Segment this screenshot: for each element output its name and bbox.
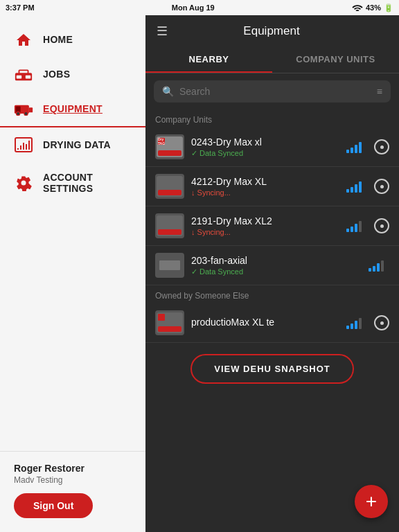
bar-1 bbox=[369, 268, 371, 272]
drying-data-icon bbox=[14, 137, 33, 152]
bar-1 bbox=[346, 326, 349, 329]
bar-3 bbox=[377, 263, 380, 272]
battery-text: 43% bbox=[366, 3, 381, 12]
sidebar-label-drying-data: DRYING DATA bbox=[43, 139, 111, 150]
tab-nearby[interactable]: NEARBY bbox=[145, 47, 272, 73]
equipment-thumbnail bbox=[155, 174, 184, 199]
bar-3 bbox=[355, 321, 357, 329]
signal-bars bbox=[369, 259, 384, 272]
equipment-name: 4212-Dry Max XL bbox=[191, 176, 339, 187]
wifi-icon bbox=[352, 3, 363, 12]
signal-bars bbox=[346, 180, 362, 193]
equipment-list: 🔍 ≡ Company Units DryTAG 0243-Dry Max xl… bbox=[145, 73, 399, 532]
svg-point-7 bbox=[24, 112, 28, 115]
sidebar-item-equipment[interactable]: EQUIPMENT bbox=[0, 91, 145, 127]
tab-company-units[interactable]: COMPANY UNITS bbox=[272, 47, 399, 73]
bar-2 bbox=[373, 266, 375, 272]
svg-rect-3 bbox=[26, 76, 30, 79]
equipment-info: 0243-Dry Max xl ✓ Data Synced bbox=[191, 136, 339, 158]
bar-3 bbox=[355, 224, 357, 232]
bar-4 bbox=[359, 181, 362, 193]
equipment-item-unit-5[interactable]: productioMax XL te bbox=[145, 303, 399, 343]
bar-2 bbox=[351, 227, 353, 232]
status-bar: 3:37 PM Mon Aug 19 43% 🔋 bbox=[0, 0, 399, 15]
jobs-icon bbox=[14, 66, 33, 82]
equipment-item-unit-1[interactable]: DryTAG 0243-Dry Max xl ✓ Data Synced bbox=[145, 127, 399, 167]
sidebar-item-account-settings[interactable]: ACCOUNT SETTINGS bbox=[0, 162, 145, 204]
locate-icon[interactable] bbox=[374, 218, 389, 233]
signal-bars bbox=[346, 220, 362, 232]
signal-bars bbox=[346, 141, 362, 153]
sidebar: HOME JOBS EQUIPMENT DRYING DATA bbox=[0, 0, 145, 532]
equipment-name: productioMax XL te bbox=[191, 317, 339, 328]
sidebar-label-jobs: JOBS bbox=[43, 69, 70, 80]
sidebar-item-home[interactable]: HOME bbox=[0, 22, 145, 57]
search-bar: 🔍 ≡ bbox=[154, 80, 391, 103]
bar-1 bbox=[346, 189, 349, 193]
sidebar-item-drying-data[interactable]: DRYING DATA bbox=[0, 127, 145, 162]
equipment-thumbnail bbox=[155, 213, 184, 238]
bar-1 bbox=[346, 150, 349, 153]
equipment-status: ✓ Data Synced bbox=[191, 149, 339, 158]
equipment-item-unit-3[interactable]: 2191-Dry Max XL2 ↓ Syncing... bbox=[145, 206, 399, 246]
equipment-thumbnail: DryTAG bbox=[155, 134, 184, 159]
sidebar-label-home: HOME bbox=[43, 34, 73, 45]
user-name: Roger Restorer bbox=[14, 463, 132, 474]
svg-rect-1 bbox=[19, 70, 28, 74]
bar-4 bbox=[381, 260, 384, 272]
locate-icon[interactable] bbox=[374, 139, 389, 154]
section-label-company-units: Company Units bbox=[145, 109, 399, 127]
status-date: Mon Aug 19 bbox=[172, 3, 215, 12]
equipment-thumbnail bbox=[155, 253, 184, 278]
locate-icon[interactable] bbox=[374, 179, 389, 194]
view-dehu-snapshot-button[interactable]: VIEW DEHU SNAPSHOT bbox=[190, 354, 354, 384]
main-title: Equipment bbox=[179, 24, 364, 38]
hamburger-icon[interactable]: ☰ bbox=[157, 24, 168, 39]
bar-4 bbox=[359, 221, 362, 232]
gear-icon bbox=[14, 175, 33, 190]
bar-2 bbox=[351, 187, 353, 193]
status-time: 3:37 PM bbox=[6, 3, 35, 12]
bar-1 bbox=[346, 229, 349, 232]
signal-bars bbox=[346, 317, 362, 329]
equipment-item-unit-2[interactable]: 4212-Dry Max XL ↓ Syncing... bbox=[145, 167, 399, 206]
bar-2 bbox=[351, 148, 353, 153]
svg-rect-8 bbox=[29, 107, 33, 112]
sign-out-button[interactable]: Sign Out bbox=[14, 493, 93, 518]
bar-4 bbox=[359, 142, 362, 153]
equipment-status: ↓ Syncing... bbox=[191, 228, 339, 236]
search-input[interactable] bbox=[179, 86, 371, 97]
main-header: ☰ Equipment bbox=[145, 15, 399, 39]
equipment-name: 2191-Dry Max XL2 bbox=[191, 215, 339, 227]
battery-icon: 🔋 bbox=[384, 3, 393, 12]
sidebar-footer: Roger Restorer Madv Testing Sign Out bbox=[0, 451, 145, 532]
equipment-info: 203-fan-axial ✓ Data Synced bbox=[191, 255, 362, 276]
bar-3 bbox=[355, 184, 357, 193]
main-content: ☰ Equipment NEARBY COMPANY UNITS 🔍 ≡ Com… bbox=[145, 0, 399, 532]
home-icon bbox=[14, 32, 33, 47]
bar-2 bbox=[351, 323, 353, 329]
filter-icon[interactable]: ≡ bbox=[377, 86, 382, 97]
equipment-status: ✓ Data Synced bbox=[191, 267, 362, 276]
svg-point-6 bbox=[17, 112, 20, 115]
sidebar-label-equipment: EQUIPMENT bbox=[43, 103, 103, 114]
equipment-name: 0243-Dry Max xl bbox=[191, 136, 339, 148]
equipment-status: ↓ Syncing... bbox=[191, 188, 339, 197]
equipment-name: 203-fan-axial bbox=[191, 255, 362, 266]
tab-bar: NEARBY COMPANY UNITS bbox=[145, 47, 399, 73]
search-icon: 🔍 bbox=[162, 86, 174, 97]
sidebar-item-jobs[interactable]: JOBS bbox=[0, 57, 145, 91]
sidebar-nav: HOME JOBS EQUIPMENT DRYING DATA bbox=[0, 15, 145, 451]
equipment-info: 4212-Dry Max XL ↓ Syncing... bbox=[191, 176, 339, 197]
equipment-info: 2191-Dry Max XL2 ↓ Syncing... bbox=[191, 215, 339, 236]
svg-rect-2 bbox=[17, 76, 21, 79]
user-company: Madv Testing bbox=[14, 475, 132, 485]
equipment-thumbnail bbox=[155, 310, 184, 335]
section-label-owned-by-someone-else: Owned by Someone Else bbox=[145, 285, 399, 303]
equipment-icon bbox=[14, 101, 33, 116]
sidebar-label-account-settings: ACCOUNT SETTINGS bbox=[43, 172, 132, 194]
locate-icon[interactable] bbox=[374, 315, 389, 330]
equipment-info: productioMax XL te bbox=[191, 317, 339, 329]
equipment-item-unit-4[interactable]: 203-fan-axial ✓ Data Synced bbox=[145, 246, 399, 285]
fab-add-button[interactable]: + bbox=[355, 485, 388, 518]
